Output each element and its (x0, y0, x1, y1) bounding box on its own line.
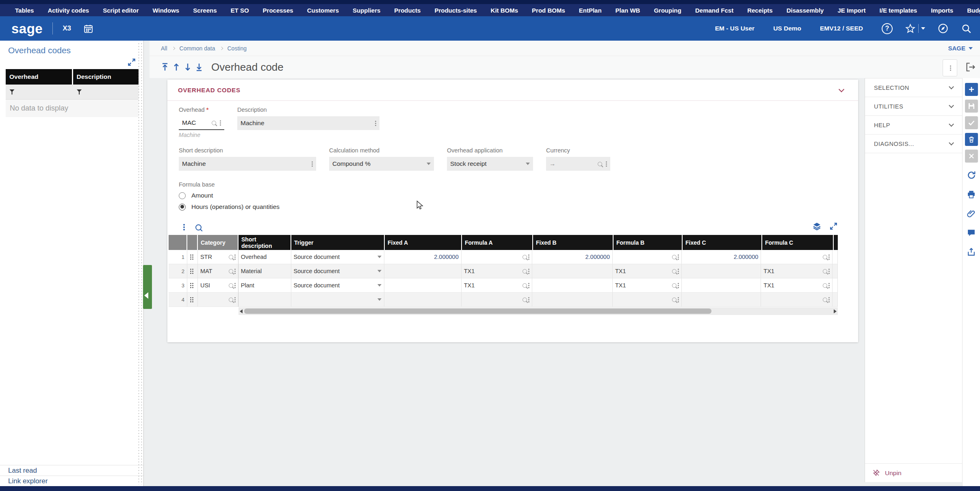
column-header-formula-b[interactable]: Formula B (614, 235, 683, 250)
panel-section-diagnosis[interactable]: DIAGNOSIS... (865, 135, 962, 153)
menu-item-products[interactable]: Products (387, 7, 427, 14)
section-collapse-icon[interactable] (839, 86, 844, 92)
lookup-icon[interactable] (672, 255, 676, 259)
panel-section-utilities[interactable]: UTILITIES (865, 97, 962, 116)
grid-expand-icon[interactable] (829, 222, 838, 230)
radio-unselected-icon[interactable] (179, 192, 186, 199)
kebab-icon[interactable] (528, 283, 529, 288)
splitter-collapse-handle[interactable] (143, 265, 152, 309)
cell-short_description[interactable]: Material (238, 264, 291, 278)
page-actions-menu[interactable] (943, 59, 957, 76)
radio-selected-icon[interactable] (179, 204, 186, 211)
menu-item-grouping[interactable]: Grouping (647, 7, 688, 14)
menu-item-windows[interactable]: Windows (145, 7, 186, 14)
filter-icon[interactable] (9, 89, 15, 95)
panel-section-help[interactable]: HELP (865, 116, 962, 135)
kebab-icon[interactable] (220, 120, 221, 126)
panel-section-selection[interactable]: SELECTION (865, 78, 962, 97)
panel-resize-handle[interactable] (137, 42, 143, 484)
cell-formula_a[interactable]: TX1 (462, 264, 533, 278)
overhead-input[interactable]: MAC (179, 116, 224, 130)
attachments-button[interactable] (965, 207, 978, 220)
cell-formula_c[interactable] (761, 250, 833, 264)
menu-item-processes[interactable]: Processes (256, 7, 300, 14)
kebab-icon[interactable] (678, 283, 679, 288)
column-header-category[interactable]: Category (198, 235, 238, 250)
lookup-icon[interactable] (212, 121, 216, 125)
menu-item-prod-boms[interactable]: Prod BOMs (525, 7, 572, 14)
lookup-icon[interactable] (823, 283, 827, 288)
kebab-icon[interactable] (528, 254, 529, 260)
print-button[interactable] (965, 188, 978, 201)
cell-trigger[interactable]: Source document (291, 278, 385, 293)
cell-category[interactable]: MAT (198, 264, 238, 278)
kebab-icon[interactable] (678, 297, 679, 302)
menu-item-disassembly[interactable]: Disassembly (780, 7, 831, 14)
lookup-icon[interactable] (229, 269, 233, 274)
lookup-icon[interactable] (598, 162, 602, 166)
cell-fixed_b[interactable] (532, 278, 613, 293)
row-number[interactable]: 2 (169, 264, 187, 278)
row-drag-handle[interactable] (187, 264, 198, 278)
filter-cell-description[interactable] (73, 85, 139, 99)
expand-panel-icon[interactable] (127, 58, 136, 67)
row-number[interactable]: 3 (169, 278, 187, 293)
save-button[interactable] (965, 100, 978, 113)
lookup-icon[interactable] (229, 283, 233, 288)
cell-fixed_a[interactable] (384, 264, 462, 278)
export-button[interactable] (965, 245, 978, 258)
scroll-left-icon[interactable] (240, 309, 243, 313)
cell-fixed_a[interactable] (384, 293, 462, 307)
kebab-icon[interactable] (828, 254, 830, 260)
company-menu[interactable]: US Demo (773, 25, 801, 32)
user-menu[interactable]: EM - US User (715, 25, 755, 32)
row-drag-handle[interactable] (187, 293, 198, 307)
search-icon[interactable] (961, 23, 972, 34)
menu-item-script-editor[interactable]: Script editor (96, 7, 145, 14)
column-header-fixed-b[interactable]: Fixed B (533, 235, 614, 250)
lookup-icon[interactable] (523, 283, 527, 288)
grid-horizontal-scrollbar[interactable] (238, 307, 838, 315)
cell-category[interactable]: USI (198, 278, 238, 293)
filter-cell-overhead[interactable] (6, 85, 73, 99)
cell-formula_b[interactable]: TX1 (613, 278, 682, 293)
grid-menu-kebab-icon[interactable] (183, 224, 185, 230)
breadcrumb-item-all[interactable]: All (161, 45, 167, 52)
kebab-icon[interactable] (828, 297, 830, 302)
kebab-icon[interactable] (678, 254, 679, 260)
new-button[interactable] (965, 83, 978, 96)
scroll-right-icon[interactable] (834, 309, 837, 313)
cell-fixed_b[interactable] (532, 264, 613, 278)
previous-record-icon[interactable] (172, 63, 180, 72)
cancel-button[interactable] (965, 150, 978, 163)
cell-trigger[interactable]: Source document (291, 264, 385, 278)
menu-item-entplan[interactable]: EntPlan (572, 7, 609, 14)
lookup-icon[interactable] (823, 255, 827, 259)
cell-category[interactable]: STR (198, 250, 238, 264)
cell-formula_b[interactable] (613, 250, 682, 264)
description-input[interactable]: Machine (237, 116, 379, 130)
cell-fixed_c[interactable] (682, 278, 761, 293)
confirm-button[interactable] (965, 116, 978, 129)
lookup-icon[interactable] (229, 298, 233, 302)
navigation-compass-icon[interactable] (937, 23, 949, 34)
menu-item-je-import[interactable]: JE Import (830, 7, 872, 14)
cell-fixed_b[interactable] (532, 293, 613, 307)
grid-layers-icon[interactable] (813, 222, 821, 230)
lookup-icon[interactable] (523, 298, 527, 302)
kebab-icon[interactable] (312, 161, 313, 167)
lookup-icon[interactable] (672, 298, 676, 302)
menu-item-tables[interactable]: Tables (8, 7, 41, 14)
cell-formula_a[interactable] (462, 293, 533, 307)
kebab-icon[interactable] (234, 254, 236, 260)
menu-item-receipts[interactable]: Receipts (740, 7, 780, 14)
cell-category[interactable] (198, 293, 238, 307)
kebab-icon[interactable] (528, 297, 529, 302)
cell-short_description[interactable]: Overhead (238, 250, 291, 264)
cell-formula_b[interactable] (613, 293, 682, 307)
scrollbar-thumb[interactable] (244, 309, 711, 314)
kebab-icon[interactable] (828, 269, 830, 274)
kebab-icon[interactable] (678, 269, 679, 274)
footer-link-last-read[interactable]: Last read (0, 465, 143, 476)
cell-fixed_b[interactable]: 2.000000 (532, 250, 613, 264)
